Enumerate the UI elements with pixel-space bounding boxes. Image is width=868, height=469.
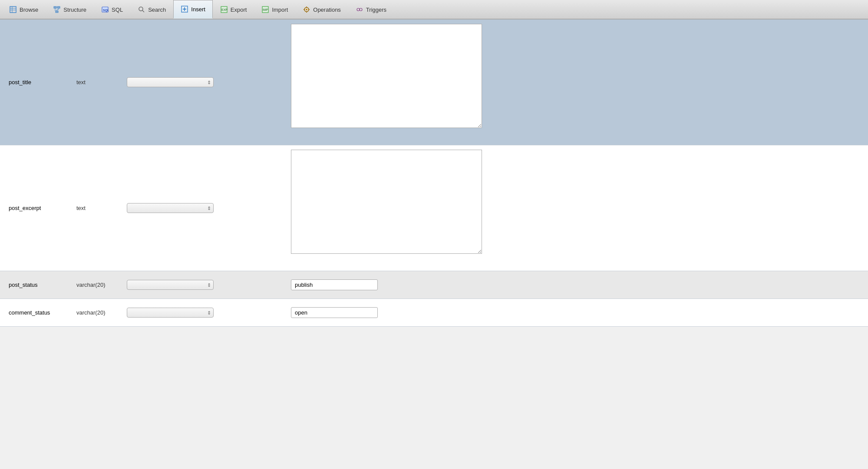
sql-icon: SQL (101, 6, 109, 13)
tab-search-label: Search (148, 7, 166, 13)
select-wrapper-post-excerpt[interactable] (127, 203, 214, 213)
tab-import-label: Import (272, 7, 288, 13)
table-icon (9, 6, 17, 13)
tab-search[interactable]: Search (130, 0, 173, 19)
field-meta-post-status: post_status varchar(20) (0, 271, 287, 298)
tab-insert-label: Insert (191, 6, 205, 13)
operations-icon (303, 6, 310, 13)
insert-icon (181, 5, 188, 13)
field-textarea-post-title[interactable] (291, 24, 482, 128)
field-meta-post-excerpt: post_excerpt text (0, 194, 287, 222)
select-wrapper-comment-status[interactable] (127, 308, 214, 318)
search-icon (138, 6, 145, 13)
field-type-post-excerpt: text (76, 205, 120, 211)
field-textarea-post-excerpt[interactable] (291, 150, 482, 254)
tab-structure-label: Structure (63, 7, 86, 13)
field-function-select-post-excerpt[interactable] (127, 203, 214, 213)
value-wrapper-comment-status: open (287, 303, 382, 322)
svg-point-29 (360, 8, 362, 11)
tab-browse-label: Browse (20, 7, 38, 13)
field-row-post-excerpt: post_excerpt text (0, 145, 868, 271)
field-name-post-status: post_status (9, 282, 69, 288)
tab-import[interactable]: IMP Import (254, 0, 295, 19)
tab-triggers[interactable]: Triggers (348, 0, 394, 19)
field-name-post-title: post_title (9, 79, 69, 85)
field-meta-post-title: post_title text (0, 69, 287, 96)
svg-line-14 (142, 10, 144, 12)
textarea-wrapper-post-title (287, 20, 868, 132)
field-function-select-comment-status[interactable] (127, 308, 214, 318)
field-value-post-status[interactable]: publish (291, 279, 378, 290)
tab-triggers-label: Triggers (366, 7, 386, 13)
tab-export-label: Export (231, 7, 247, 13)
tab-operations[interactable]: Operations (295, 0, 348, 19)
textarea-wrapper-post-excerpt (287, 145, 868, 258)
svg-point-23 (306, 9, 307, 10)
svg-text:EXP: EXP (221, 8, 228, 11)
svg-text:SQL: SQL (103, 9, 109, 12)
select-wrapper-post-title[interactable] (127, 77, 214, 87)
field-value-comment-status[interactable]: open (291, 307, 378, 318)
field-function-select-post-status[interactable] (127, 280, 214, 290)
tab-insert[interactable]: Insert (173, 0, 213, 19)
triggers-icon (356, 6, 363, 13)
tab-browse[interactable]: Browse (2, 0, 46, 19)
tab-structure[interactable]: Structure (46, 0, 94, 19)
field-row-post-title: post_title text (0, 20, 868, 145)
field-type-post-title: text (76, 79, 120, 85)
tab-operations-label: Operations (313, 7, 341, 13)
svg-rect-6 (56, 11, 58, 13)
tab-sql[interactable]: SQL SQL (94, 0, 130, 19)
import-icon: IMP (261, 6, 269, 13)
structure-icon (53, 6, 61, 13)
value-wrapper-post-status: publish (287, 275, 382, 295)
tab-export[interactable]: EXP Export (213, 0, 254, 19)
svg-point-13 (139, 7, 143, 11)
svg-rect-5 (57, 7, 60, 8)
svg-rect-4 (54, 7, 56, 8)
field-name-post-excerpt: post_excerpt (9, 205, 69, 211)
field-type-post-status: varchar(20) (76, 282, 120, 288)
content-area: post_title text post_excerpt text (0, 20, 868, 327)
select-wrapper-post-status[interactable] (127, 280, 214, 290)
field-row-comment-status: comment_status varchar(20) open (0, 299, 868, 327)
field-meta-comment-status: comment_status varchar(20) (0, 299, 287, 326)
field-name-comment-status: comment_status (9, 309, 69, 316)
field-row-post-status: post_status varchar(20) publish (0, 271, 868, 299)
field-function-select-post-title[interactable] (127, 77, 214, 87)
svg-rect-0 (10, 7, 16, 13)
tab-sql-label: SQL (112, 7, 123, 13)
export-icon: EXP (220, 6, 228, 13)
field-type-comment-status: varchar(20) (76, 309, 120, 316)
tab-bar: Browse Structure SQL SQL Search Insert E… (0, 0, 868, 20)
svg-text:IMP: IMP (263, 8, 268, 11)
svg-point-28 (357, 8, 360, 11)
